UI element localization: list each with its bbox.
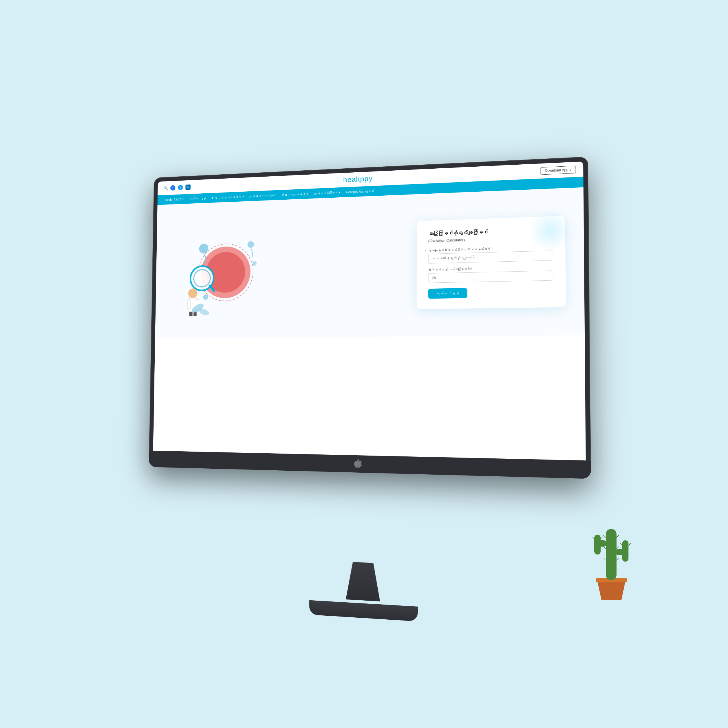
svg-point-6 [203,294,208,300]
last-period-input[interactable] [428,251,554,264]
svg-line-29 [603,558,606,560]
svg-line-33 [620,543,622,545]
nav-arrow-icon-4: ▼ [306,193,309,195]
nav-news[interactable]: ကျန်းမာရေးသတင်းများ ▼ [247,192,279,199]
nav-services[interactable]: ဝန်ဆောင်မှုများ [186,195,209,202]
svg-line-27 [603,547,606,549]
svg-point-10 [188,288,197,298]
nav-health-a-to-z[interactable]: Health A to Z ▼ [162,196,186,202]
field2-label: ရာသီစက်ဝန်း ဘယ်လောက်ကြာသလဲ? [428,265,554,272]
svg-rect-14 [190,312,193,317]
cycle-length-input[interactable] [428,271,554,283]
svg-point-3 [199,244,208,254]
social-icons: 🔍 f t in [164,184,191,191]
svg-rect-20 [606,529,616,580]
scene: 🔍 f t in healtppy Download App ↓ Health … [51,51,677,677]
nav-arrow-icon-2: ▼ [242,195,244,198]
download-app-label: Download App ↓ [545,168,571,173]
cactus-decoration [580,512,643,603]
imac-stand-base [309,600,418,621]
svg-line-32 [601,537,603,539]
calculate-button-label: တွက်ချက်ရန် [436,291,459,296]
calculator-card: သားဥကြေခြင်းကိုတွက်ချက်ခြင်း (Ovulation … [417,216,566,309]
linkedin-icon[interactable]: in [185,184,191,190]
svg-line-25 [603,535,606,537]
nav-expert[interactable]: ကျွမ်းဝင်တိုအကြောင်း ▼ [311,190,344,196]
imac-monitor: 🔍 f t in healtppy Download App ↓ Health … [149,157,591,479]
illustration-area [171,217,271,322]
svg-line-34 [629,543,631,545]
svg-line-31 [592,537,594,539]
imac-screen: 🔍 f t in healtppy Download App ↓ Health … [153,162,586,474]
imac-stand-neck [346,562,380,601]
svg-point-4 [248,241,254,248]
nav-arrow-icon: ▼ [182,198,184,200]
svg-point-5 [252,262,257,266]
svg-rect-22 [594,535,601,555]
svg-line-30 [616,558,619,560]
nav-arrow-icon-5: ▼ [338,191,341,194]
nav-arrow-icon-3: ▼ [274,194,276,196]
svg-line-26 [616,535,619,537]
svg-line-28 [616,547,619,549]
apple-logo-icon [353,459,362,470]
svg-rect-12 [187,300,191,309]
search-icon[interactable]: 🔍 [164,186,168,190]
nav-village[interactable]: တိုရွာနန်းကျန်းမာရေး ▼ [279,191,311,198]
twitter-icon[interactable]: t [178,185,183,190]
svg-marker-18 [597,580,626,600]
svg-rect-24 [622,540,629,562]
svg-point-8 [194,269,210,287]
imac-wrapper: 🔍 f t in healtppy Download App ↓ Health … [147,156,605,578]
ovulation-illustration [176,222,266,316]
site-content: သားဥကြေခြင်းကိုတွက်ချက်ခြင်း (Ovulation … [155,187,585,338]
calculate-button[interactable]: တွက်ချက်ရန် [428,288,468,299]
facebook-icon[interactable]: f [170,185,176,190]
download-app-button[interactable]: Download App ↓ [540,165,576,174]
nav-app[interactable]: Healtppy App အကြောင်း [343,188,377,195]
nav-community[interactable]: လူမှာဝန်နှင့်ကျန်းမာရေး ▼ [209,194,247,201]
calculator-title-myanmar: သားဥကြေခြင်းကိုတွက်ချက်ခြင်း [428,227,553,238]
